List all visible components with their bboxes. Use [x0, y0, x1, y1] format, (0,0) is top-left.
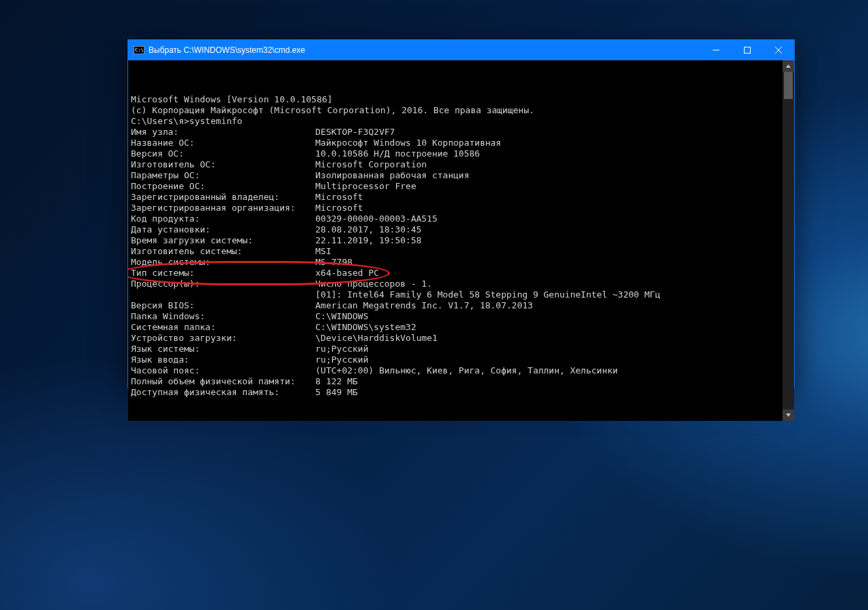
systeminfo-row: Системная папка:C:\WINDOWS\system32	[131, 322, 780, 333]
systeminfo-value: (UTC+02:00) Вильнюс, Киев, Рига, София, …	[315, 365, 618, 376]
systeminfo-value: C:\WINDOWS\system32	[315, 322, 416, 333]
systeminfo-key: Системная папка:	[131, 322, 315, 333]
systeminfo-row: Имя узла:DESKTOP-F3Q2VF7	[131, 127, 780, 138]
terminal-prompt-line: C:\Users\я>systeminfo	[131, 116, 780, 127]
systeminfo-row: Тип системы:x64-based PC	[131, 268, 780, 279]
systeminfo-value: American Megatrends Inc. V1.7, 18.07.201…	[315, 300, 533, 311]
scroll-up-button[interactable]	[783, 60, 794, 72]
systeminfo-key: Версия BIOS:	[131, 300, 315, 311]
minimize-button[interactable]	[701, 40, 732, 60]
systeminfo-value: 8 122 МБ	[315, 376, 358, 387]
systeminfo-row: Построение ОС:Multiprocessor Free	[131, 181, 780, 192]
systeminfo-value: ru;Русский	[315, 354, 368, 365]
scroll-down-button[interactable]	[783, 409, 794, 421]
systeminfo-key: Полный объем физической памяти:	[131, 376, 315, 387]
systeminfo-value: Майкрософт Windows 10 Корпоративная	[315, 138, 501, 148]
systeminfo-row: Изготовитель системы:MSI	[131, 246, 780, 257]
systeminfo-value: Microsoft	[315, 192, 363, 203]
systeminfo-value: Число процессоров - 1.	[315, 279, 432, 289]
systeminfo-key: Изготовитель системы:	[131, 246, 315, 257]
titlebar[interactable]: C:\ Выбрать C:\WINDOWS\system32\cmd.exe	[128, 40, 794, 60]
systeminfo-key: Папка Windows:	[131, 311, 315, 322]
terminal-header-line: Microsoft Windows [Version 10.0.10586]	[131, 94, 780, 105]
systeminfo-key: Доступная физическая память:	[131, 387, 315, 398]
systeminfo-value: Microsoft Corporation	[315, 159, 427, 170]
systeminfo-value: Microsoft	[315, 203, 363, 214]
scroll-track[interactable]	[783, 72, 794, 409]
systeminfo-key: Процессор(ы):	[131, 279, 315, 289]
systeminfo-key: Часовой пояс:	[131, 365, 315, 376]
terminal-header-line: (c) Корпорация Майкрософт (Microsoft Cor…	[131, 105, 780, 116]
systeminfo-value: 5 849 МБ	[315, 387, 358, 398]
systeminfo-value: \Device\HarddiskVolume1	[315, 333, 437, 344]
systeminfo-key: Дата установки:	[131, 224, 315, 235]
systeminfo-row: Версия BIOS:American Megatrends Inc. V1.…	[131, 300, 780, 311]
systeminfo-row: Зарегистрированная организация:Microsoft	[131, 203, 780, 214]
systeminfo-row: Модель системы:MS-7798	[131, 257, 780, 268]
systeminfo-key: Построение ОС:	[131, 181, 315, 192]
scrollbar-vertical[interactable]	[783, 60, 794, 421]
window-client-area: Microsoft Windows [Version 10.0.10586](c…	[128, 60, 794, 421]
desktop-background: C:\ Выбрать C:\WINDOWS\system32\cmd.exe …	[0, 0, 868, 610]
close-button[interactable]	[763, 40, 794, 60]
cmd-icon: C:\	[134, 45, 144, 55]
systeminfo-value: ru;Русский	[315, 344, 368, 354]
systeminfo-value: MSI	[315, 246, 331, 257]
systeminfo-row: Язык ввода:ru;Русский	[131, 354, 780, 365]
systeminfo-key: Время загрузки системы:	[131, 235, 315, 246]
systeminfo-key: Параметры ОС:	[131, 170, 315, 181]
systeminfo-row: Доступная физическая память:5 849 МБ	[131, 387, 780, 398]
systeminfo-key: Название ОС:	[131, 138, 315, 148]
systeminfo-row: [01]: Intel64 Family 6 Model 58 Stepping…	[131, 289, 780, 300]
systeminfo-value: C:\WINDOWS	[315, 311, 368, 322]
systeminfo-key: Код продукта:	[131, 214, 315, 224]
systeminfo-row: Время загрузки системы:22.11.2019, 19:50…	[131, 235, 780, 246]
systeminfo-row: Часовой пояс:(UTC+02:00) Вильнюс, Киев, …	[131, 365, 780, 376]
systeminfo-row: Устройство загрузки:\Device\HarddiskVolu…	[131, 333, 780, 344]
systeminfo-key: Зарегистрированный владелец:	[131, 192, 315, 203]
systeminfo-value: 28.08.2017, 18:30:45	[315, 224, 422, 235]
systeminfo-value: 22.11.2019, 19:50:58	[315, 235, 422, 246]
svg-text:C:\: C:\	[135, 47, 144, 53]
systeminfo-row: Параметры ОС:Изолированная рабочая станц…	[131, 170, 780, 181]
systeminfo-row: Название ОС:Майкрософт Windows 10 Корпор…	[131, 138, 780, 148]
systeminfo-value: 00329-00000-00003-AA515	[315, 214, 437, 224]
window-title: Выбрать C:\WINDOWS\system32\cmd.exe	[149, 45, 305, 55]
systeminfo-key: Зарегистрированная организация:	[131, 203, 315, 214]
svg-rect-2	[745, 47, 751, 54]
systeminfo-value: x64-based PC	[315, 268, 379, 279]
systeminfo-key: Изготовитель ОС:	[131, 159, 315, 170]
systeminfo-value: Изолированная рабочая станция	[315, 170, 469, 181]
systeminfo-value: 10.0.10586 Н/Д построение 10586	[315, 148, 480, 159]
systeminfo-row: Дата установки:28.08.2017, 18:30:45	[131, 224, 780, 235]
systeminfo-row: Язык системы:ru;Русский	[131, 344, 780, 354]
systeminfo-key: Версия ОС:	[131, 148, 315, 159]
cmd-window: C:\ Выбрать C:\WINDOWS\system32\cmd.exe …	[127, 39, 795, 388]
systeminfo-value: Multiprocessor Free	[315, 181, 416, 192]
terminal-output[interactable]: Microsoft Windows [Version 10.0.10586](c…	[128, 60, 783, 421]
systeminfo-value: DESKTOP-F3Q2VF7	[315, 127, 395, 138]
systeminfo-row: Процессор(ы):Число процессоров - 1.	[131, 279, 780, 289]
systeminfo-row: Изготовитель ОС:Microsoft Corporation	[131, 159, 780, 170]
maximize-button[interactable]	[732, 40, 763, 60]
scroll-thumb[interactable]	[784, 72, 793, 99]
systeminfo-value: MS-7798	[315, 257, 353, 268]
systeminfo-key: Модель системы:	[131, 257, 315, 268]
systeminfo-value: [01]: Intel64 Family 6 Model 58 Stepping…	[315, 289, 660, 300]
systeminfo-key: Язык ввода:	[131, 354, 315, 365]
systeminfo-row: Версия ОС:10.0.10586 Н/Д построение 1058…	[131, 148, 780, 159]
systeminfo-key: Имя узла:	[131, 127, 315, 138]
systeminfo-key: Язык системы:	[131, 344, 315, 354]
systeminfo-key: Устройство загрузки:	[131, 333, 315, 344]
systeminfo-row: Код продукта:00329-00000-00003-AA515	[131, 214, 780, 224]
systeminfo-row: Папка Windows:C:\WINDOWS	[131, 311, 780, 322]
systeminfo-row: Зарегистрированный владелец:Microsoft	[131, 192, 780, 203]
systeminfo-key: Тип системы:	[131, 268, 315, 279]
systeminfo-row: Полный объем физической памяти:8 122 МБ	[131, 376, 780, 387]
